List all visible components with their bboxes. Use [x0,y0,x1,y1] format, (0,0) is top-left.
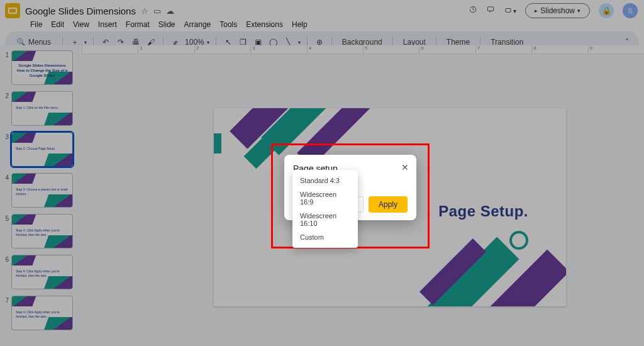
option-widescreen-1610[interactable]: Widescreen 16:10 [292,209,358,230]
apply-button[interactable]: Apply [369,196,408,213]
thumbnail-5[interactable]: Step 4: Click Apply when you're finished… [11,214,73,248]
comments-icon[interactable] [486,5,495,16]
ruler-horizontal: 1 23 45 67 89 [82,45,644,54]
svg-rect-0 [488,7,494,11]
slide-title-text: Page Setup. [438,203,528,220]
star-icon[interactable]: ☆ [141,6,148,16]
menu-tools[interactable]: Tools [219,20,237,29]
thumbnail-7[interactable]: Step 4: Click Apply when you're finished… [11,296,73,330]
new-slide-dropdown[interactable]: ▾ [84,40,87,45]
filmstrip[interactable]: 1 Google Slides Dimensions How to Change… [0,45,82,346]
thumbnail-3[interactable]: Step 2: Choose Page Setup. [11,132,73,167]
title-bar: Google Slides Dimensions ☆ ▭ ☁ ▾ ▸ Slide… [0,0,644,19]
svg-rect-1 [506,9,511,13]
option-custom[interactable]: Custom [292,230,358,244]
close-icon[interactable]: ✕ [401,162,409,172]
menu-slide[interactable]: Slide [158,20,175,29]
thumbnail-1[interactable]: Google Slides Dimensions How to Change t… [11,50,73,85]
cloud-status-icon[interactable]: ☁ [166,6,174,16]
slideshow-button[interactable]: ▸ Slideshow ▾ [525,3,590,18]
slideshow-label: Slideshow [540,6,575,15]
move-icon[interactable]: ▭ [153,6,161,16]
aspect-ratio-dropdown: Standard 4:3 Widescreen 16:9 Widescreen … [292,170,358,248]
menu-file[interactable]: File [30,20,42,29]
present-icon-group[interactable]: ▾ [504,6,516,15]
menu-view[interactable]: View [73,20,89,29]
menu-insert[interactable]: Insert [98,20,117,29]
option-widescreen-169[interactable]: Widescreen 16:9 [292,187,358,209]
slides-logo[interactable] [5,3,20,18]
menu-arrange[interactable]: Arrange [184,20,211,29]
menu-extensions[interactable]: Extensions [246,20,283,29]
thumbnail-6[interactable]: Step 4: Click Apply when you're finished… [11,255,73,289]
option-standard-43[interactable]: Standard 4:3 [292,174,358,187]
history-icon[interactable] [469,5,477,16]
share-button[interactable]: 🔒 [599,3,614,18]
account-avatar[interactable]: S [623,3,638,18]
doc-title[interactable]: Google Slides Dimensions [25,6,136,16]
menu-bar: File Edit View Insert Format Slide Arran… [0,19,644,31]
thumbnail-2[interactable]: Step 1: Click on the File menu. [11,91,73,126]
line-dropdown[interactable]: ▾ [298,40,301,45]
thumbnail-4[interactable]: Step 3: Choose a preset size or enter cu… [11,173,73,208]
menu-help[interactable]: Help [292,20,308,29]
menu-format[interactable]: Format [126,20,150,29]
menu-edit[interactable]: Edit [51,20,64,29]
